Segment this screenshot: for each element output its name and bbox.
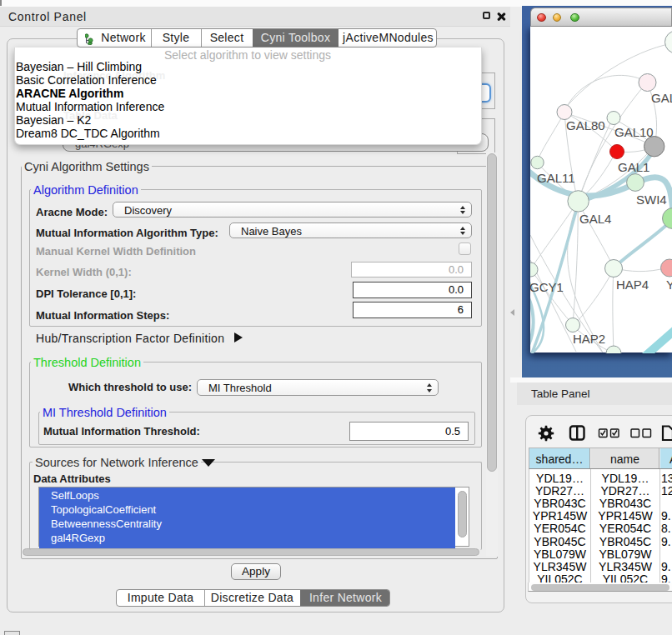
svg-text:GAL2: GAL2 [651,91,672,105]
svg-text:HAP4: HAP4 [616,278,649,292]
svg-text:GAL10: GAL10 [614,125,654,139]
svg-text:GCY1: GCY1 [530,280,564,294]
svg-text:YM: YM [666,278,672,292]
svg-text:GAL80: GAL80 [566,118,605,132]
svg-text:GAL4: GAL4 [579,212,611,226]
svg-text:SWI4: SWI4 [636,192,667,207]
svg-text:HAP2: HAP2 [573,332,605,346]
svg-text:GAL1: GAL1 [618,160,649,174]
svg-text:GAL11: GAL11 [537,171,575,185]
